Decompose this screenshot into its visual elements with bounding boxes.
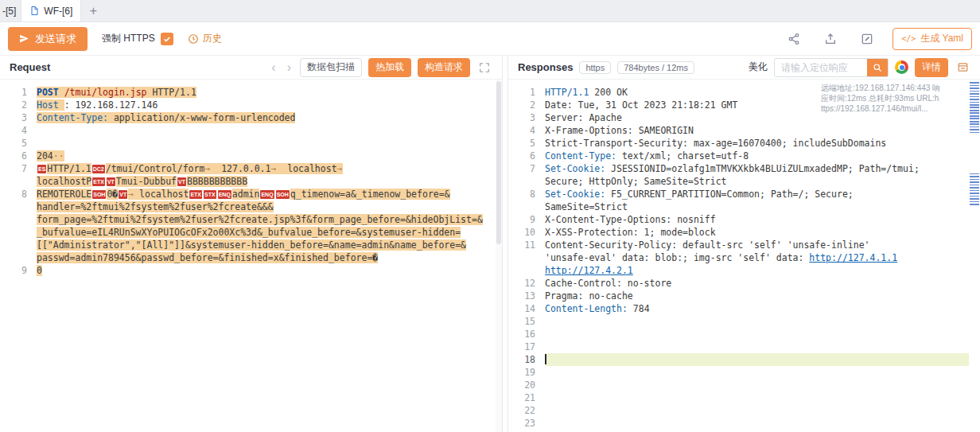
send-icon xyxy=(19,33,29,44)
code-line: 20 xyxy=(508,379,980,391)
code-token: application/x-www-form-urlencoded xyxy=(108,112,295,123)
locate-response-input[interactable] xyxy=(775,59,867,76)
beautify-button[interactable]: 美化 xyxy=(749,60,768,74)
line-number: 14 xyxy=(508,302,545,315)
code-token: X-Frame-Options: SAMEORIGIN xyxy=(545,125,694,136)
line-content xyxy=(545,404,980,417)
line-content: http://127.4.2.1 xyxy=(545,264,980,277)
response-editor[interactable]: 1HTTP/1.1 200 OK2Date: Tue, 31 Oct 2023 … xyxy=(508,80,980,432)
construct-request-button[interactable]: 构造请求 xyxy=(418,58,470,77)
code-token: HTTP/1.1 xyxy=(545,87,589,98)
request-scrollbar-thumb[interactable] xyxy=(496,81,501,244)
minimap[interactable] xyxy=(969,80,980,432)
code-token: http://127.4.2.1 xyxy=(545,265,633,276)
code-token: Strict-Transport-Security: max-age=16070… xyxy=(545,138,886,149)
code-token: → xyxy=(204,163,221,174)
code-line: 21 xyxy=(508,391,980,404)
control-char-marker: VT xyxy=(177,177,186,186)
stats-badge: 784bytes / 12ms xyxy=(617,61,694,74)
share-button[interactable] xyxy=(783,28,805,50)
code-line: 5Strict-Transport-Security: max-age=1607… xyxy=(508,137,980,150)
code-token: text/xml; charset=utf-8 xyxy=(616,150,749,162)
code-line: 8REMOTEROLESOH0�VT→ localhostETXSTXENQad… xyxy=(0,188,502,200)
minimap-block xyxy=(970,82,979,133)
chevron-right-icon[interactable]: › xyxy=(285,61,294,74)
panel-splitter[interactable] xyxy=(503,56,508,432)
request-editor[interactable]: 1POST /tmui/login.jsp HTTP/1.12Host : 19… xyxy=(0,80,502,432)
line-content xyxy=(545,417,980,430)
line-number: 9 xyxy=(508,213,545,226)
open-in-browser-button[interactable] xyxy=(895,60,908,74)
line-number: 7 xyxy=(0,162,37,175)
line-number xyxy=(0,213,37,226)
control-char-marker: ETX xyxy=(92,177,105,186)
export-button[interactable] xyxy=(819,28,842,50)
line-content xyxy=(545,353,980,366)
chevron-left-icon[interactable]: ‹ xyxy=(269,61,278,74)
request-scrollbar[interactable] xyxy=(496,80,502,432)
control-char-marker: ETX xyxy=(189,190,202,199)
code-token: 0 xyxy=(37,265,42,276)
code-token: JSESSIONID=ozlafg1mTMVKXkbk4BLUiZULmxade… xyxy=(605,163,920,174)
details-button[interactable]: 详情 xyxy=(915,58,948,77)
fullscreen-button[interactable] xyxy=(476,60,492,76)
code-token: SameSite=Strict xyxy=(545,201,628,212)
tab-bar: -[5] WF-[6] + xyxy=(0,0,980,22)
code-token: Content-Type: xyxy=(37,112,108,123)
edit-button[interactable] xyxy=(856,28,878,50)
code-token: 'unsafe-eval' data: blob:; img-src 'self… xyxy=(545,252,809,263)
line-number: 22 xyxy=(508,404,545,417)
packet-scan-button[interactable]: 数据包扫描 xyxy=(300,58,362,77)
line-content: Date: Tue, 31 Oct 2023 21:18:21 GMT xyxy=(545,99,980,111)
code-token: 127.0.0.1 xyxy=(221,163,270,174)
code-token: Pragma: no-cache xyxy=(545,290,633,302)
line-number xyxy=(0,251,37,264)
code-token: 200 OK xyxy=(589,87,627,98)
line-number xyxy=(508,175,545,188)
control-char-marker: ENQ xyxy=(260,190,274,199)
history-button[interactable]: 历史 xyxy=(188,32,222,45)
code-line: 8Set-Cookie: F5_CURRENT_PARTITION=Common… xyxy=(508,188,980,200)
request-title: Request xyxy=(10,61,50,73)
checkbox-checked-icon[interactable] xyxy=(161,33,173,45)
line-number: 5 xyxy=(508,137,545,150)
new-tab-button[interactable]: + xyxy=(81,0,105,21)
line-number: 21 xyxy=(508,391,545,404)
generate-yaml-button[interactable]: </> 生成 Yaml xyxy=(892,28,972,50)
line-content: Set-Cookie: F5_CURRENT_PARTITION=Common;… xyxy=(545,188,980,200)
code-line: 10X-XSS-Protection: 1; mode=block xyxy=(508,226,980,239)
tab-active[interactable]: WF-[6] xyxy=(21,0,81,21)
line-content: 204·· xyxy=(37,150,502,162)
code-line: 3Server: Apache xyxy=(508,111,980,124)
code-line: 90 xyxy=(0,264,502,277)
line-content: HTTP/1.1 200 OK xyxy=(545,86,980,99)
code-line: [["Administrator","[All]"]]&systemuser-h… xyxy=(0,239,502,251)
code-line: 4X-Frame-Options: SAMEORIGIN xyxy=(508,124,980,137)
code-token: 0� xyxy=(107,189,118,200)
code-line: 14Content-Length: 784 xyxy=(508,302,980,315)
line-content: Content-Type: text/xml; charset=utf-8 xyxy=(545,150,980,162)
line-number: 13 xyxy=(508,290,545,302)
force-https-toggle[interactable]: 强制 HTTPS xyxy=(102,32,173,45)
search-button[interactable] xyxy=(867,59,888,76)
code-token: ·· xyxy=(53,150,64,162)
code-token: _bufvalue=eIL4RUnSwXYoPUIOGcOFx2o00Xc%3d… xyxy=(37,227,461,238)
line-number xyxy=(508,200,545,213)
line-number: 6 xyxy=(0,150,37,162)
code-line: 1HTTP/1.1 200 OK xyxy=(508,86,980,99)
send-request-button[interactable]: 发送请求 xyxy=(8,27,88,51)
line-content: 0 xyxy=(37,264,502,277)
main-toolbar: 发送请求 强制 HTTPS 历史 </> 生成 Yaml xyxy=(0,22,980,56)
code-token: Content-Length: xyxy=(545,303,628,314)
control-char-marker: SOH xyxy=(276,190,290,199)
code-token: REMOTEROLE xyxy=(37,189,91,200)
control-char-marker: SOH xyxy=(92,190,106,199)
code-token: admin xyxy=(232,189,260,200)
edit-icon xyxy=(861,33,873,45)
hot-reload-button[interactable]: 热加载 xyxy=(368,58,411,77)
line-number: 1 xyxy=(508,86,545,99)
tab-previous[interactable]: -[5] xyxy=(0,0,21,21)
response-view-toggle-button[interactable] xyxy=(955,60,970,76)
control-char-marker: VT xyxy=(119,190,127,199)
code-token: /tmui/login.jsp xyxy=(64,87,147,98)
